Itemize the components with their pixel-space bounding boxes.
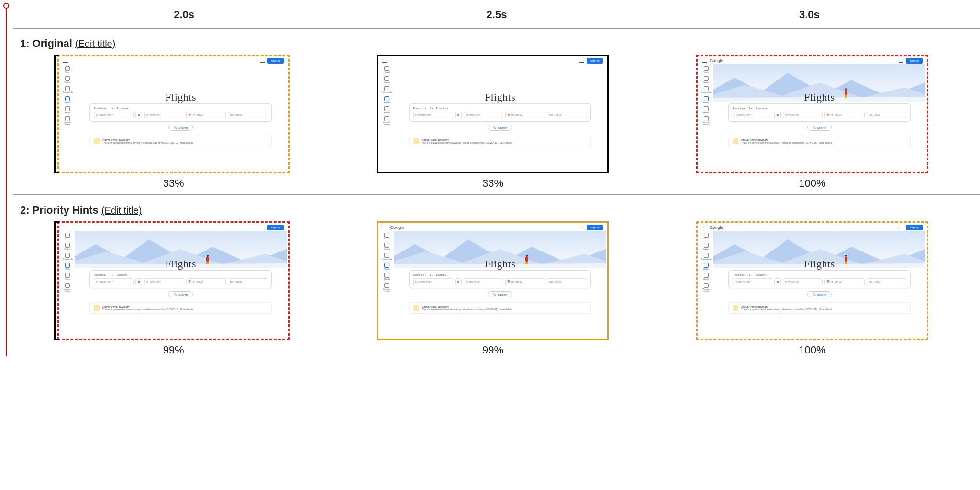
sidebar-item: Travel — [381, 66, 392, 73]
visual-complete-percent: 33% — [482, 177, 503, 190]
hero-banner: Flights — [713, 231, 925, 268]
time-col-2: 3.0s — [653, 9, 966, 21]
hero-banner: Flights — [394, 64, 606, 102]
sidebar: TravelExploreThings to doFlightsHotelsVa… — [699, 231, 713, 337]
sidebar-item: Explore — [62, 243, 73, 250]
timeline-line — [6, 5, 7, 356]
page-heading: Flights — [394, 258, 606, 270]
to-field: Where to? — [144, 278, 184, 285]
filmstrip-frame: Google Sign in TravelExploreThings to do… — [336, 55, 649, 190]
sidebar-item: Hotels — [701, 106, 712, 114]
sign-in-button: Sign in — [906, 225, 922, 230]
sidebar: TravelExploreThings to doFlightsHotelsVa… — [60, 64, 75, 171]
filmstrip-row: Google Sign in TravelExploreThings to do… — [6, 55, 980, 190]
visual-complete-percent: 100% — [799, 177, 825, 190]
from-field: Where from? — [94, 278, 134, 285]
page-heading: Flights — [713, 258, 925, 270]
return-date-field: Tue, Oct 26 — [228, 112, 267, 118]
travel-advisory: Active travel advisory There's a governm… — [728, 136, 911, 147]
to-field: Where to? — [464, 112, 503, 118]
swap-icon: ⇄ — [135, 112, 142, 118]
sidebar: TravelExploreThings to doFlightsHotelsVa… — [60, 231, 75, 337]
sidebar-item: Things to do — [62, 253, 73, 260]
search-button: 🔍 Search — [488, 125, 512, 131]
from-field: Where from? — [413, 112, 453, 118]
warning-icon — [413, 305, 419, 311]
from-field: Where from? — [733, 112, 772, 118]
sidebar: TravelExploreThings to doFlightsHotelsVa… — [699, 64, 713, 171]
apps-icon — [899, 226, 903, 229]
sign-in-button: Sign in — [906, 58, 922, 64]
edit-title-link[interactable]: (Edit title) — [75, 38, 115, 49]
search-card: Round trip 1 Economy Where from? ⇄ Where… — [728, 103, 911, 122]
hamburger-icon — [382, 59, 387, 63]
hamburger-icon — [63, 59, 68, 63]
sign-in-button: Sign in — [587, 58, 603, 64]
sidebar-item: Travel — [62, 233, 73, 240]
sidebar-item: Things to do — [381, 86, 392, 93]
sidebar-item: Explore — [701, 243, 712, 250]
sidebar-item: Travel — [701, 233, 712, 240]
sidebar-item: Hotels — [62, 106, 73, 114]
page-heading: Flights — [713, 91, 925, 103]
sidebar-item: Explore — [62, 76, 73, 83]
travel-advisory: Active travel advisory There's a governm… — [89, 302, 272, 314]
return-date-field: Tue, Oct 26 — [228, 278, 267, 285]
screenshot-thumbnail[interactable]: Google Sign in TravelExploreThings to do… — [377, 55, 609, 173]
sidebar-item: Hotels — [381, 273, 392, 280]
page-heading: Flights — [75, 258, 287, 270]
apps-icon — [899, 59, 903, 63]
return-date-field: Tue, Oct 26 — [867, 278, 906, 285]
google-logo: Google — [710, 58, 723, 63]
sign-in-button: Sign in — [587, 225, 603, 230]
to-field: Where to? — [783, 112, 823, 118]
sidebar-item: Vacation rentals — [381, 283, 392, 292]
travel-advisory: Active travel advisory There's a governm… — [89, 136, 272, 147]
return-date-field: Tue, Oct 26 — [867, 112, 906, 118]
sidebar-item: Flights — [381, 263, 392, 270]
depart-date-field: 📅 Fri, Oct 22 — [824, 112, 864, 118]
apps-icon — [260, 59, 265, 63]
sidebar-item: Explore — [701, 76, 712, 83]
to-field: Where to? — [783, 278, 823, 285]
screenshot-thumbnail[interactable]: Google Sign in TravelExploreThings to do… — [57, 55, 290, 173]
to-field: Where to? — [144, 112, 184, 118]
depart-date-field: 📅 Fri, Oct 22 — [505, 112, 545, 118]
hamburger-icon — [63, 226, 68, 229]
trip-chips: Round trip 1 Economy — [94, 107, 267, 110]
timeline-dot — [3, 3, 9, 9]
sidebar: TravelExploreThings to doFlightsHotelsVa… — [379, 64, 394, 171]
trip-chips: Round trip 1 Economy — [413, 273, 587, 276]
search-card: Round trip 1 Economy Where from? ⇄ Where… — [728, 270, 911, 288]
section-title: 2: Priority Hints (Edit title) — [6, 195, 980, 221]
warning-icon — [94, 138, 100, 144]
filmstrip-frame: Google Sign in TravelExploreThings to do… — [656, 221, 969, 356]
filmstrip-frame: Google Sign in TravelExploreThings to do… — [656, 55, 969, 190]
mini-page: Google Sign in TravelExploreThings to do… — [699, 57, 925, 171]
sidebar-item: Things to do — [701, 86, 712, 93]
mini-page: Google Sign in TravelExploreThings to do… — [60, 224, 287, 337]
search-card: Round trip 1 Economy Where from? ⇄ Where… — [409, 270, 591, 288]
screenshot-thumbnail[interactable]: Google Sign in TravelExploreThings to do… — [696, 221, 928, 340]
screenshot-thumbnail[interactable]: Google Sign in TravelExploreThings to do… — [696, 55, 928, 173]
lcp-bracket — [54, 221, 59, 340]
filmstrip-row: Google Sign in TravelExploreThings to do… — [6, 221, 980, 356]
mini-page: Google Sign in TravelExploreThings to do… — [379, 224, 606, 337]
row-label: 1: Original — [20, 37, 75, 49]
search-button: 🔍 Search — [168, 125, 193, 131]
screenshot-thumbnail[interactable]: Google Sign in TravelExploreThings to do… — [377, 221, 609, 340]
screenshot-thumbnail[interactable]: Google Sign in TravelExploreThings to do… — [57, 221, 290, 340]
sidebar-item: Vacation rentals — [701, 283, 712, 292]
search-card: Round trip 1 Economy Where from? ⇄ Where… — [89, 103, 272, 122]
visual-complete-percent: 99% — [482, 344, 503, 356]
return-date-field: Tue, Oct 26 — [547, 278, 587, 285]
sidebar-item: Vacation rentals — [62, 116, 73, 125]
edit-title-link[interactable]: (Edit title) — [101, 205, 142, 216]
sidebar-item: Travel — [381, 233, 392, 240]
swap-icon: ⇄ — [455, 278, 462, 285]
filmstrip-frame: Google Sign in TravelExploreThings to do… — [336, 221, 649, 356]
apps-icon — [579, 59, 584, 63]
return-date-field: Tue, Oct 26 — [547, 112, 587, 118]
hamburger-icon — [702, 59, 707, 63]
section-title: 1: Original (Edit title) — [6, 29, 980, 55]
